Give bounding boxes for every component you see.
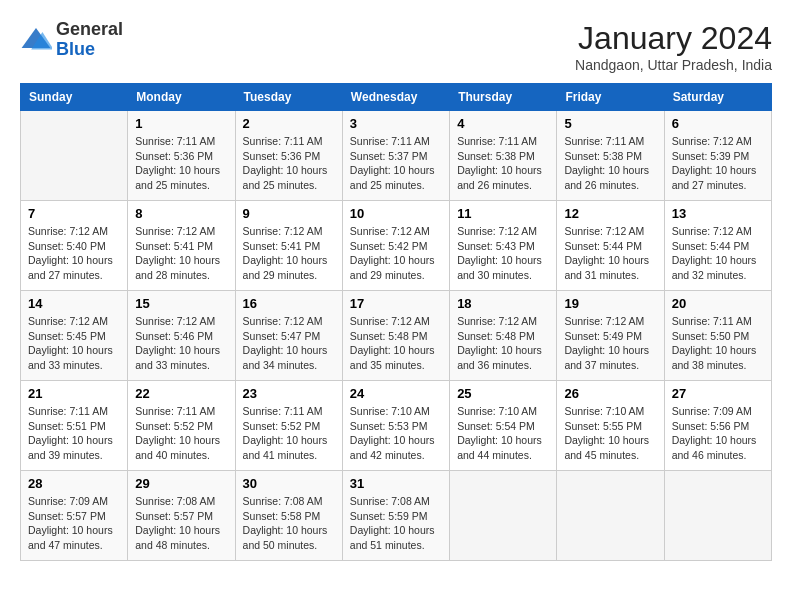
day-header-thursday: Thursday	[450, 84, 557, 111]
day-number: 26	[564, 386, 656, 401]
day-number: 23	[243, 386, 335, 401]
day-number: 20	[672, 296, 764, 311]
day-info: Sunrise: 7:09 AMSunset: 5:56 PMDaylight:…	[672, 404, 764, 463]
day-number: 17	[350, 296, 442, 311]
calendar-cell: 6Sunrise: 7:12 AMSunset: 5:39 PMDaylight…	[664, 111, 771, 201]
week-row-4: 21Sunrise: 7:11 AMSunset: 5:51 PMDayligh…	[21, 381, 772, 471]
calendar-cell: 17Sunrise: 7:12 AMSunset: 5:48 PMDayligh…	[342, 291, 449, 381]
day-number: 1	[135, 116, 227, 131]
calendar-cell: 24Sunrise: 7:10 AMSunset: 5:53 PMDayligh…	[342, 381, 449, 471]
day-number: 8	[135, 206, 227, 221]
calendar-cell: 13Sunrise: 7:12 AMSunset: 5:44 PMDayligh…	[664, 201, 771, 291]
day-number: 24	[350, 386, 442, 401]
week-row-1: 1Sunrise: 7:11 AMSunset: 5:36 PMDaylight…	[21, 111, 772, 201]
calendar-cell: 12Sunrise: 7:12 AMSunset: 5:44 PMDayligh…	[557, 201, 664, 291]
day-number: 29	[135, 476, 227, 491]
week-row-2: 7Sunrise: 7:12 AMSunset: 5:40 PMDaylight…	[21, 201, 772, 291]
day-info: Sunrise: 7:12 AMSunset: 5:39 PMDaylight:…	[672, 134, 764, 193]
day-number: 31	[350, 476, 442, 491]
day-header-friday: Friday	[557, 84, 664, 111]
page-header: General Blue January 2024 Nandgaon, Utta…	[20, 20, 772, 73]
day-info: Sunrise: 7:12 AMSunset: 5:41 PMDaylight:…	[243, 224, 335, 283]
calendar-body: 1Sunrise: 7:11 AMSunset: 5:36 PMDaylight…	[21, 111, 772, 561]
logo-blue: Blue	[56, 40, 123, 60]
calendar-cell: 15Sunrise: 7:12 AMSunset: 5:46 PMDayligh…	[128, 291, 235, 381]
month-title: January 2024	[575, 20, 772, 57]
day-info: Sunrise: 7:12 AMSunset: 5:44 PMDaylight:…	[564, 224, 656, 283]
day-info: Sunrise: 7:08 AMSunset: 5:57 PMDaylight:…	[135, 494, 227, 553]
day-number: 9	[243, 206, 335, 221]
calendar-cell	[450, 471, 557, 561]
day-info: Sunrise: 7:10 AMSunset: 5:54 PMDaylight:…	[457, 404, 549, 463]
day-info: Sunrise: 7:12 AMSunset: 5:45 PMDaylight:…	[28, 314, 120, 373]
day-number: 27	[672, 386, 764, 401]
day-info: Sunrise: 7:11 AMSunset: 5:50 PMDaylight:…	[672, 314, 764, 373]
week-row-5: 28Sunrise: 7:09 AMSunset: 5:57 PMDayligh…	[21, 471, 772, 561]
calendar-cell: 21Sunrise: 7:11 AMSunset: 5:51 PMDayligh…	[21, 381, 128, 471]
day-number: 11	[457, 206, 549, 221]
day-info: Sunrise: 7:12 AMSunset: 5:43 PMDaylight:…	[457, 224, 549, 283]
day-number: 13	[672, 206, 764, 221]
day-info: Sunrise: 7:12 AMSunset: 5:40 PMDaylight:…	[28, 224, 120, 283]
logo: General Blue	[20, 20, 123, 60]
calendar-cell	[21, 111, 128, 201]
logo-icon	[20, 24, 52, 56]
calendar-header: SundayMondayTuesdayWednesdayThursdayFrid…	[21, 84, 772, 111]
calendar-cell: 11Sunrise: 7:12 AMSunset: 5:43 PMDayligh…	[450, 201, 557, 291]
calendar-cell: 30Sunrise: 7:08 AMSunset: 5:58 PMDayligh…	[235, 471, 342, 561]
calendar-cell: 31Sunrise: 7:08 AMSunset: 5:59 PMDayligh…	[342, 471, 449, 561]
day-info: Sunrise: 7:11 AMSunset: 5:36 PMDaylight:…	[243, 134, 335, 193]
calendar-cell: 7Sunrise: 7:12 AMSunset: 5:40 PMDaylight…	[21, 201, 128, 291]
calendar-cell: 26Sunrise: 7:10 AMSunset: 5:55 PMDayligh…	[557, 381, 664, 471]
day-info: Sunrise: 7:12 AMSunset: 5:46 PMDaylight:…	[135, 314, 227, 373]
day-number: 18	[457, 296, 549, 311]
day-info: Sunrise: 7:10 AMSunset: 5:53 PMDaylight:…	[350, 404, 442, 463]
calendar-cell: 10Sunrise: 7:12 AMSunset: 5:42 PMDayligh…	[342, 201, 449, 291]
day-number: 2	[243, 116, 335, 131]
day-info: Sunrise: 7:12 AMSunset: 5:42 PMDaylight:…	[350, 224, 442, 283]
day-number: 15	[135, 296, 227, 311]
day-info: Sunrise: 7:12 AMSunset: 5:49 PMDaylight:…	[564, 314, 656, 373]
days-header-row: SundayMondayTuesdayWednesdayThursdayFrid…	[21, 84, 772, 111]
day-number: 19	[564, 296, 656, 311]
day-number: 22	[135, 386, 227, 401]
calendar-cell: 5Sunrise: 7:11 AMSunset: 5:38 PMDaylight…	[557, 111, 664, 201]
day-header-monday: Monday	[128, 84, 235, 111]
day-number: 3	[350, 116, 442, 131]
calendar-cell: 1Sunrise: 7:11 AMSunset: 5:36 PMDaylight…	[128, 111, 235, 201]
day-info: Sunrise: 7:12 AMSunset: 5:44 PMDaylight:…	[672, 224, 764, 283]
calendar-cell: 8Sunrise: 7:12 AMSunset: 5:41 PMDaylight…	[128, 201, 235, 291]
day-info: Sunrise: 7:08 AMSunset: 5:58 PMDaylight:…	[243, 494, 335, 553]
calendar-table: SundayMondayTuesdayWednesdayThursdayFrid…	[20, 83, 772, 561]
calendar-cell	[557, 471, 664, 561]
day-info: Sunrise: 7:11 AMSunset: 5:38 PMDaylight:…	[457, 134, 549, 193]
day-number: 10	[350, 206, 442, 221]
day-header-sunday: Sunday	[21, 84, 128, 111]
day-number: 21	[28, 386, 120, 401]
day-number: 16	[243, 296, 335, 311]
calendar-cell: 27Sunrise: 7:09 AMSunset: 5:56 PMDayligh…	[664, 381, 771, 471]
day-info: Sunrise: 7:11 AMSunset: 5:38 PMDaylight:…	[564, 134, 656, 193]
day-info: Sunrise: 7:11 AMSunset: 5:52 PMDaylight:…	[243, 404, 335, 463]
day-info: Sunrise: 7:11 AMSunset: 5:51 PMDaylight:…	[28, 404, 120, 463]
calendar-cell: 20Sunrise: 7:11 AMSunset: 5:50 PMDayligh…	[664, 291, 771, 381]
calendar-cell: 28Sunrise: 7:09 AMSunset: 5:57 PMDayligh…	[21, 471, 128, 561]
week-row-3: 14Sunrise: 7:12 AMSunset: 5:45 PMDayligh…	[21, 291, 772, 381]
calendar-cell: 23Sunrise: 7:11 AMSunset: 5:52 PMDayligh…	[235, 381, 342, 471]
day-number: 6	[672, 116, 764, 131]
day-number: 12	[564, 206, 656, 221]
day-number: 28	[28, 476, 120, 491]
day-info: Sunrise: 7:12 AMSunset: 5:47 PMDaylight:…	[243, 314, 335, 373]
calendar-cell: 14Sunrise: 7:12 AMSunset: 5:45 PMDayligh…	[21, 291, 128, 381]
day-header-saturday: Saturday	[664, 84, 771, 111]
day-info: Sunrise: 7:12 AMSunset: 5:41 PMDaylight:…	[135, 224, 227, 283]
day-info: Sunrise: 7:09 AMSunset: 5:57 PMDaylight:…	[28, 494, 120, 553]
day-info: Sunrise: 7:11 AMSunset: 5:36 PMDaylight:…	[135, 134, 227, 193]
logo-general: General	[56, 20, 123, 40]
calendar-cell: 25Sunrise: 7:10 AMSunset: 5:54 PMDayligh…	[450, 381, 557, 471]
calendar-cell: 9Sunrise: 7:12 AMSunset: 5:41 PMDaylight…	[235, 201, 342, 291]
day-info: Sunrise: 7:08 AMSunset: 5:59 PMDaylight:…	[350, 494, 442, 553]
title-block: January 2024 Nandgaon, Uttar Pradesh, In…	[575, 20, 772, 73]
calendar-cell	[664, 471, 771, 561]
day-number: 14	[28, 296, 120, 311]
